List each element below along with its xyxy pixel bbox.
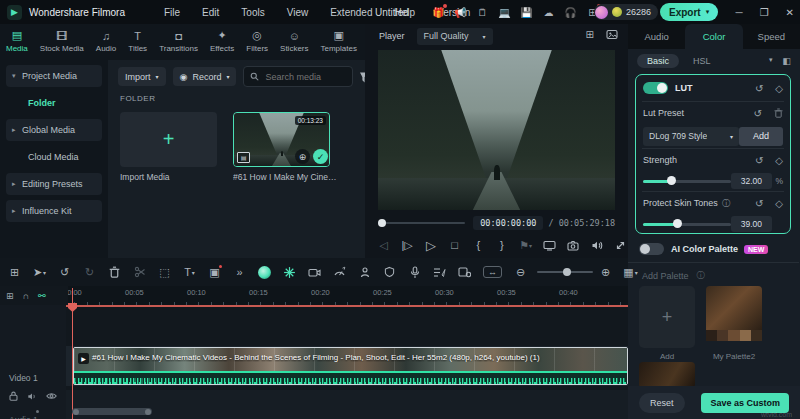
sidebar-item-project-media[interactable]: ▾Project Media	[6, 65, 102, 87]
skin-tones-slider[interactable]	[643, 223, 731, 226]
chevron-down-icon[interactable]: ▾	[769, 56, 773, 66]
video-preview[interactable]	[378, 50, 615, 210]
play-button[interactable]: ▷	[424, 238, 437, 253]
auto-ripple-icon[interactable]: ↔	[483, 266, 502, 278]
expand-arrow-icon[interactable]: ▾	[12, 72, 16, 80]
quality-select[interactable]: Full Quality▾	[417, 28, 493, 45]
camera-effect-icon[interactable]	[308, 267, 321, 278]
timeline-clip[interactable]: ▶ #61 How I Make My Cinematic Videos - B…	[73, 347, 628, 385]
speed-ramping-icon[interactable]	[333, 266, 346, 278]
trash-icon[interactable]	[774, 108, 783, 118]
sidebar-item-editing-presets[interactable]: ▸Editing Presets	[6, 173, 102, 195]
sidebar-item-global-media[interactable]: ▸Global Media	[6, 119, 102, 141]
compare-split-icon[interactable]: ◧	[782, 56, 791, 66]
tab-stickers[interactable]: ☺Stickers	[274, 28, 314, 54]
chroma-key-icon[interactable]	[258, 266, 271, 279]
crop-icon[interactable]: ⬚	[158, 266, 171, 279]
tab-audio[interactable]: Audio	[628, 24, 685, 49]
volume-icon[interactable]	[590, 240, 603, 251]
expand-arrow-icon[interactable]: ▸	[12, 180, 16, 188]
import-media-card[interactable]: +	[120, 112, 217, 167]
search-media-box[interactable]	[243, 66, 353, 87]
media-clip-thumbnail[interactable]: 00:13:23 ▤ ⊕ ✓	[233, 112, 330, 167]
scrubber-handle[interactable]	[378, 219, 386, 227]
media-view-icon[interactable]: ⊞	[8, 266, 21, 279]
adjustment-list-icon[interactable]	[433, 267, 446, 278]
display-preview-icon[interactable]	[606, 29, 618, 40]
undo-icon[interactable]: ↺	[58, 266, 71, 279]
record-voiceover-icon[interactable]	[408, 266, 421, 279]
hsl-subtab[interactable]: HSL	[693, 56, 711, 66]
palette-thumbnail-partial[interactable]	[639, 362, 695, 388]
next-frame-button[interactable]: |▷	[401, 239, 414, 252]
support-headset-icon[interactable]: 🎧	[564, 6, 577, 19]
project-list-icon[interactable]: 🗒	[476, 6, 489, 19]
mark-in-button[interactable]: {	[472, 239, 485, 251]
audio-track-lane[interactable]	[66, 390, 628, 419]
ai-tools-icon[interactable]	[283, 266, 296, 279]
reset-icon[interactable]: ↺	[755, 198, 763, 209]
shield-stabilize-icon[interactable]	[383, 266, 396, 278]
tab-transitions[interactable]: ◘Transitions	[153, 28, 204, 54]
menu-edit[interactable]: Edit	[202, 7, 219, 18]
text-tool-icon[interactable]: T▾	[183, 266, 196, 278]
zoom-out-icon[interactable]: ⊖	[514, 266, 527, 279]
tab-titles[interactable]: TTitles	[122, 28, 153, 54]
export-button[interactable]: Export ▾	[660, 3, 718, 21]
saved-palette-card[interactable]: My Palette2	[706, 286, 762, 348]
playhead-handle[interactable]	[68, 303, 77, 312]
close-button[interactable]: ✕	[786, 7, 794, 18]
expand-arrow-icon[interactable]: ▸	[12, 207, 16, 215]
lut-add-button[interactable]: Add	[739, 127, 783, 146]
device-icon[interactable]: 💻	[498, 6, 511, 19]
reset-icon[interactable]: ↺	[754, 108, 762, 119]
sidebar-item-influence-kit[interactable]: ▸Influence Kit	[6, 200, 102, 222]
sidebar-item-folder[interactable]: Folder	[6, 92, 102, 114]
motion-tracking-icon[interactable]	[358, 266, 371, 278]
ai-color-palette-toggle[interactable]	[639, 243, 664, 255]
player-scrubber[interactable]: 00:00:00:00 / 00:05:29:18	[378, 216, 615, 230]
snap-magnet-icon[interactable]: ∩	[23, 291, 29, 301]
tab-filters[interactable]: ◎Filters	[240, 28, 274, 54]
manage-tracks-icon[interactable]: ⊞	[6, 291, 14, 301]
lut-toggle[interactable]	[643, 82, 668, 94]
search-input[interactable]	[263, 71, 337, 83]
split-scissors-icon[interactable]	[133, 266, 146, 278]
quick-action-icon[interactable]: ⊕	[295, 149, 310, 164]
marker-button[interactable]: ⚑▾	[519, 239, 532, 252]
mask-tool-icon[interactable]: ▣	[208, 266, 221, 279]
info-icon[interactable]: ⓘ	[722, 198, 730, 209]
tab-stock-media[interactable]: 🎞Stock Media	[34, 28, 90, 54]
current-timecode[interactable]: 00:00:00:00	[473, 216, 543, 230]
save-icon[interactable]: 💾	[520, 6, 533, 19]
save-as-custom-button[interactable]: Save as Custom	[701, 393, 789, 413]
cloud-upload-icon[interactable]: ☁	[542, 6, 555, 19]
megaphone-icon[interactable]: 📢	[454, 6, 467, 19]
minimize-button[interactable]: ─	[736, 7, 743, 18]
menu-extended[interactable]: Extended	[330, 7, 372, 18]
tab-audio[interactable]: ♫Audio	[90, 28, 122, 54]
reset-icon[interactable]: ↺	[755, 155, 763, 166]
account-pill[interactable]: 26286	[594, 4, 658, 20]
link-clips-icon[interactable]: ⚯	[38, 291, 46, 301]
menu-file[interactable]: File	[164, 7, 180, 18]
timeline-zoom-slider[interactable]	[537, 271, 593, 273]
add-palette-card[interactable]: + Add	[639, 286, 695, 348]
tab-speed[interactable]: Speed	[743, 24, 800, 49]
stop-button[interactable]: □	[448, 239, 461, 251]
timeline-horizontal-scrollbar[interactable]	[72, 408, 152, 415]
expand-arrow-icon[interactable]: ▸	[12, 126, 16, 134]
maximize-button[interactable]: ❐	[760, 7, 769, 18]
reset-button[interactable]: Reset	[639, 393, 685, 413]
tab-color[interactable]: Color	[685, 24, 742, 49]
strength-slider[interactable]	[643, 180, 731, 183]
menu-tools[interactable]: Tools	[241, 7, 264, 18]
mark-out-button[interactable]: }	[495, 239, 508, 251]
skin-tones-value[interactable]: 39.00	[731, 216, 771, 232]
timeline-zoom-handle[interactable]	[563, 268, 571, 276]
snapshot-camera-icon[interactable]	[567, 240, 580, 251]
skin-tones-slider-handle[interactable]	[673, 219, 682, 228]
zoom-in-icon[interactable]: ⊕	[599, 266, 612, 279]
menu-view[interactable]: View	[287, 7, 309, 18]
mute-track-icon[interactable]	[27, 391, 37, 401]
